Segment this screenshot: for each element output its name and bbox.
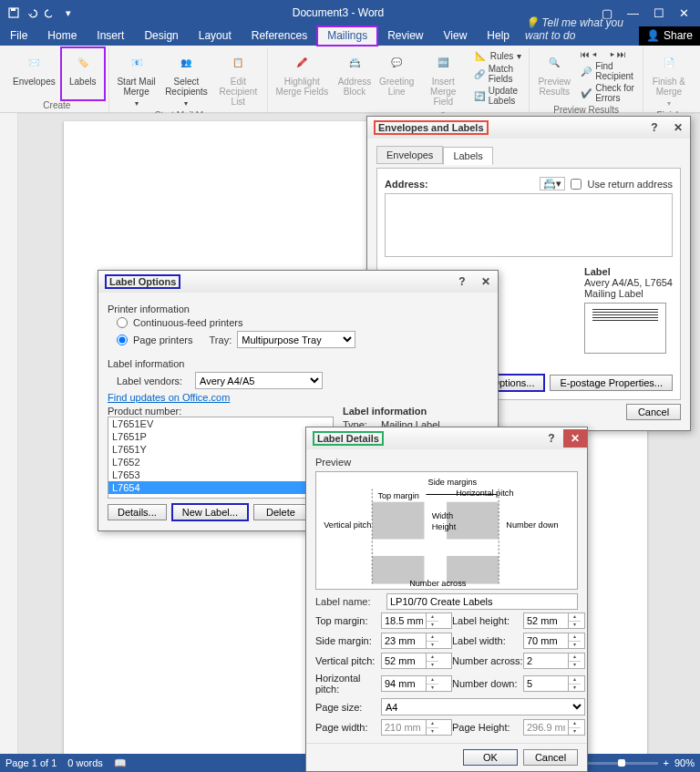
help-icon[interactable]: ? — [643, 118, 666, 137]
page-height-label: Page Height: — [452, 722, 523, 733]
product-item[interactable]: L7651P — [108, 430, 333, 443]
rules-icon: 📐 — [474, 49, 487, 62]
side-margin-label: Side margin: — [315, 635, 381, 646]
start-mail-merge-button[interactable]: 📧Start Mail Merge▾ — [113, 47, 160, 110]
right-info-title: Label information — [343, 406, 489, 417]
labels-button[interactable]: 🏷️Labels — [61, 47, 105, 100]
undo-icon[interactable] — [26, 6, 38, 19]
label-info-heading: Label information — [108, 358, 489, 369]
product-item[interactable]: L7651Y — [108, 443, 333, 456]
details-button[interactable]: Details... — [108, 504, 167, 520]
zoom-slider[interactable] — [585, 762, 658, 765]
zoom-in[interactable]: + — [664, 757, 669, 768]
epostage-button[interactable]: E-postage Properties... — [550, 375, 673, 391]
continuous-feed-radio[interactable] — [117, 317, 128, 328]
rules-button: 📐Rules ▾ — [474, 49, 522, 62]
check-icon: ✔️ — [581, 87, 592, 99]
match-icon: 🔗 — [474, 67, 485, 80]
delete-label-button[interactable]: Delete — [253, 504, 308, 520]
zoom-level[interactable]: 90% — [674, 757, 695, 768]
dialog-close-icon[interactable]: ✕ — [563, 429, 587, 448]
ok-button[interactable]: OK — [463, 749, 518, 766]
cancel-button[interactable]: Cancel — [523, 749, 578, 766]
env-cancel-button[interactable]: Cancel — [626, 404, 681, 420]
record-nav: ⏮ ◀ ▶ ⏭ — [581, 49, 635, 59]
tell-me-search[interactable]: 💡 Tell me what you want to do — [520, 14, 639, 46]
address-book-icon[interactable]: 📇▾ — [540, 177, 565, 190]
page-printers-label: Page printers — [133, 335, 192, 345]
page-size-select[interactable]: A4 — [381, 698, 585, 715]
merge-field-icon: 🔤 — [430, 49, 456, 75]
tab-references[interactable]: References — [242, 26, 317, 46]
number-down-spinner[interactable]: ▴▾ — [523, 675, 585, 692]
status-words[interactable]: 0 words — [67, 757, 103, 768]
side-margin-spinner[interactable]: ▴▾ — [381, 633, 452, 649]
maximize-icon[interactable]: ☐ — [654, 6, 664, 20]
group-create-label: Create — [43, 100, 70, 112]
dialog-close-icon[interactable]: ✕ — [666, 118, 690, 137]
address-block-icon: 📇 — [342, 49, 367, 75]
update-labels-button: 🔄Update Labels — [474, 86, 522, 106]
tab-insert[interactable]: Insert — [87, 26, 134, 46]
qat-dropdown-icon[interactable]: ▾ — [62, 6, 75, 19]
ribbon: ✉️Envelopes 🏷️Labels Create 📧Start Mail … — [0, 46, 700, 113]
horizontal-pitch-spinner[interactable]: ▴▾ — [381, 675, 452, 692]
label-preview-thumb[interactable] — [584, 303, 666, 354]
select-recipients-button[interactable]: 👥Select Recipients▾ — [161, 47, 211, 110]
label-desc-2: Mailing Label — [584, 288, 673, 299]
highlight-icon: 🖍️ — [289, 49, 314, 75]
tab-design[interactable]: Design — [134, 26, 188, 46]
tray-select[interactable]: Multipurpose Tray — [237, 331, 355, 348]
spellcheck-icon[interactable]: 📖 — [114, 757, 127, 769]
envelopes-button[interactable]: ✉️Envelopes — [9, 47, 59, 100]
label-height-spinner[interactable]: ▴▾ — [523, 612, 585, 629]
edit-recipient-list-button: 📋Edit Recipient List — [213, 47, 264, 110]
tab-file[interactable]: File — [0, 26, 37, 46]
product-item[interactable]: L7653 — [108, 468, 333, 481]
new-label-button[interactable]: New Label... — [172, 504, 248, 520]
label-section-title: Label — [584, 266, 673, 277]
address-textarea[interactable] — [385, 193, 673, 257]
product-item[interactable]: L7651EV — [108, 417, 333, 430]
page-width-spinner: ▴▾ — [381, 719, 452, 736]
tab-help[interactable]: Help — [477, 26, 520, 46]
tab-view[interactable]: View — [434, 26, 478, 46]
tab-mailings[interactable]: Mailings — [317, 26, 377, 46]
env-lbl-title: Envelopes and Labels — [375, 121, 488, 134]
ribbon-tabs: File Home Insert Design Layout Reference… — [0, 26, 700, 46]
product-item[interactable]: L7652 — [108, 456, 333, 468]
use-return-checkbox[interactable] — [571, 179, 582, 190]
vendors-select[interactable]: Avery A4/A5 — [195, 372, 323, 389]
tab-review[interactable]: Review — [377, 26, 433, 46]
dialog-close-icon[interactable]: ✕ — [474, 273, 498, 291]
redo-icon[interactable] — [44, 6, 57, 19]
label-icon: 🏷️ — [70, 49, 96, 75]
tab-layout[interactable]: Layout — [189, 26, 242, 46]
insert-merge-field-button: 🔤Insert Merge Field▾ — [418, 47, 468, 120]
vertical-pitch-label: Vertical pitch: — [315, 655, 381, 666]
vertical-ruler — [0, 113, 18, 754]
office-updates-link[interactable]: Find updates on Office.com — [108, 392, 230, 403]
help-icon[interactable]: ? — [540, 429, 563, 448]
product-listbox[interactable]: L7651EVL7651PL7651YL7652L7653L7654 — [108, 417, 334, 499]
close-icon[interactable]: ✕ — [679, 6, 689, 20]
top-margin-spinner[interactable]: ▴▾ — [381, 612, 452, 629]
number-across-spinner[interactable]: ▴▾ — [523, 653, 585, 669]
help-icon[interactable]: ? — [450, 273, 474, 291]
label-details-title: Label Details — [314, 432, 383, 445]
envelopes-tab[interactable]: Envelopes — [376, 146, 443, 164]
save-icon[interactable] — [7, 6, 20, 19]
tab-home[interactable]: Home — [37, 26, 87, 46]
product-item[interactable]: L7654 — [108, 481, 333, 494]
vertical-pitch-spinner[interactable]: ▴▾ — [381, 653, 452, 669]
labels-tab[interactable]: Labels — [443, 147, 492, 165]
label-name-input[interactable] — [386, 593, 578, 610]
label-width-spinner[interactable]: ▴▾ — [523, 633, 585, 649]
label-width-label: Label width: — [452, 635, 523, 646]
page-printers-radio[interactable] — [117, 335, 128, 345]
match-fields-button: 🔗Match Fields — [474, 64, 522, 84]
share-icon: 👤 — [646, 29, 660, 42]
preview-heading: Preview — [315, 457, 578, 468]
status-page[interactable]: Page 1 of 1 — [5, 757, 57, 768]
share-button[interactable]: 👤Share — [639, 26, 700, 46]
